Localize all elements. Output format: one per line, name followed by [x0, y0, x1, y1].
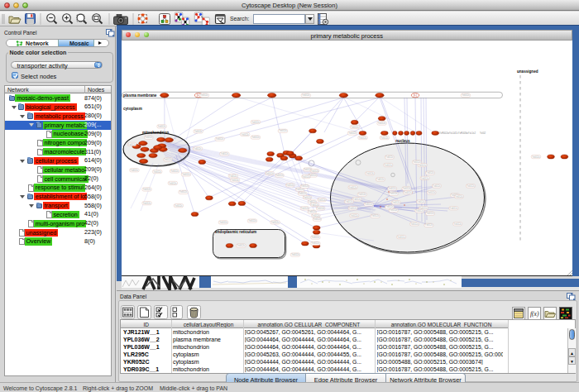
svg-text:Yxl012c: Yxl012c: [312, 214, 320, 218]
svg-text:Yxl012c: Yxl012c: [385, 155, 394, 159]
svg-text:Yxl012c: Yxl012c: [179, 190, 188, 194]
svg-text:Yxl012c: Yxl012c: [371, 214, 380, 218]
svg-text:Yxl012c: Yxl012c: [421, 177, 429, 180]
svg-text:Yxl012c: Yxl012c: [143, 188, 151, 191]
svg-text:Yxl012c: Yxl012c: [296, 188, 304, 191]
svg-text:Yxl012c: Yxl012c: [428, 191, 436, 194]
svg-text:Yxl012c: Yxl012c: [304, 196, 312, 199]
svg-text:Yxl012c: Yxl012c: [313, 218, 322, 221]
svg-text:Yxl012c: Yxl012c: [385, 164, 393, 167]
svg-text:Yxl012c: Yxl012c: [311, 203, 319, 207]
svg-text:nucleus: nucleus: [395, 139, 410, 143]
svg-text:Yxl012c: Yxl012c: [231, 179, 239, 182]
svg-text:Yxl012c: Yxl012c: [425, 223, 433, 227]
svg-text:[x..]: [x..]: [414, 93, 417, 97]
svg-text:Yxl012c: Yxl012c: [251, 121, 260, 124]
svg-text:Yxl012c: Yxl012c: [311, 170, 319, 173]
svg-text:Yxl012c: Yxl012c: [312, 241, 320, 245]
svg-text:Yxl012c: Yxl012c: [312, 236, 320, 239]
svg-text:Yxl012c: Yxl012c: [366, 172, 374, 175]
svg-text:Yxl012c: Yxl012c: [365, 203, 373, 206]
svg-text:Yxl012c: Yxl012c: [158, 125, 166, 128]
svg-text:Yxl012c: Yxl012c: [349, 186, 357, 189]
svg-text:Yxl012c: Yxl012c: [251, 136, 260, 139]
svg-text:Yxl012c: Yxl012c: [128, 143, 136, 146]
svg-text:endoplasmic reticulum: endoplasmic reticulum: [215, 230, 256, 234]
svg-text:Yxl012c: Yxl012c: [397, 236, 405, 239]
svg-text:Yxl012c: Yxl012c: [426, 171, 434, 174]
svg-text:Yxl012c: Yxl012c: [350, 214, 358, 218]
svg-text:Yxl012c: Yxl012c: [467, 184, 475, 188]
svg-text:Yxl012c: Yxl012c: [417, 200, 425, 203]
svg-text:Yxl012c: Yxl012c: [248, 219, 256, 222]
svg-text:Yxl012c: Yxl012c: [194, 147, 202, 151]
svg-text:YxR002wYxL041cYxR003wYxL0c2: YxR002wYxL041cYxR003wYxL0c2: [439, 131, 476, 135]
svg-text:Yxl012c: Yxl012c: [450, 207, 458, 210]
svg-text:Yxl012c: Yxl012c: [145, 136, 153, 139]
svg-text:Yxl012c: Yxl012c: [318, 198, 326, 202]
svg-text:Yxl012c: Yxl012c: [194, 130, 203, 133]
svg-text:Yxl012c: Yxl012c: [219, 221, 227, 224]
svg-text:Yxl012c: Yxl012c: [349, 207, 357, 210]
svg-text:Yxl012c: Yxl012c: [216, 137, 224, 141]
svg-text:Yxl012c: Yxl012c: [351, 126, 359, 129]
svg-text:mitochondrion: mitochondrion: [142, 131, 169, 135]
svg-text:Yxl012c: Yxl012c: [237, 244, 246, 247]
svg-text:Yxl012c: Yxl012c: [182, 173, 190, 176]
svg-text:Yxl012c: Yxl012c: [433, 184, 441, 188]
svg-text:Yxl012c: Yxl012c: [416, 209, 424, 213]
svg-text:Yxl012c: Yxl012c: [175, 204, 183, 208]
svg-text:Yxl012c: Yxl012c: [388, 187, 396, 190]
svg-text:Yxl012c: Yxl012c: [359, 136, 367, 140]
svg-text:Yxl012c: Yxl012c: [403, 187, 411, 190]
svg-text:Yxl012c: Yxl012c: [301, 184, 309, 188]
svg-text:Yxl012c: Yxl012c: [279, 129, 287, 132]
svg-text:Yxl012c: Yxl012c: [153, 170, 161, 174]
svg-text:Yxl012c: Yxl012c: [241, 133, 249, 136]
svg-text:Yxl012c: Yxl012c: [169, 182, 177, 185]
svg-text:Yxl012c: Yxl012c: [426, 212, 434, 215]
svg-text:Yxl012c: Yxl012c: [271, 221, 280, 224]
svg-text:Yxl012c: Yxl012c: [390, 208, 398, 212]
svg-text:Yxl012c: Yxl012c: [413, 160, 421, 164]
svg-text:Yxl012c: Yxl012c: [309, 210, 317, 213]
svg-text:Yxl012c: Yxl012c: [455, 195, 463, 198]
svg-text:Yxl012c: Yxl012c: [275, 174, 284, 177]
svg-text:Yxl012c: Yxl012c: [462, 93, 470, 97]
svg-text:Yxl012c: Yxl012c: [299, 192, 307, 195]
svg-text:f(x): f(x): [530, 310, 539, 318]
svg-text:cytoplasm: cytoplasm: [123, 107, 142, 111]
svg-text:Yxl012c: Yxl012c: [378, 122, 386, 125]
svg-text:Yxl012c: Yxl012c: [380, 136, 389, 140]
svg-text:plasma membrane: plasma membrane: [123, 93, 157, 98]
svg-text:Yxl012c: Yxl012c: [345, 200, 353, 203]
svg-text:Yxl012c: Yxl012c: [143, 202, 151, 205]
svg-text:Yxl012c: Yxl012c: [348, 131, 356, 135]
svg-text:Yxl012c: Yxl012c: [170, 170, 179, 173]
svg-text:Yxl012c: Yxl012c: [131, 169, 139, 172]
svg-text:Yxl02: Yxl02: [480, 131, 486, 135]
svg-text:Yxl012c: Yxl012c: [266, 172, 274, 175]
svg-text:Yxl012c: Yxl012c: [229, 174, 237, 178]
svg-text:Yxl012c: Yxl012c: [392, 201, 400, 204]
svg-text:Yxl012c: Yxl012c: [358, 193, 366, 196]
svg-text:Yxl012c: Yxl012c: [390, 192, 398, 195]
svg-text:Yxl012c: Yxl012c: [302, 175, 310, 179]
svg-text:Yxl012c: Yxl012c: [164, 158, 172, 161]
svg-text:Yxl012c: Yxl012c: [410, 222, 419, 226]
svg-text:Yxl012c: Yxl012c: [376, 178, 385, 181]
svg-text:Yxl012c: Yxl012c: [286, 184, 294, 187]
svg-text:Yxl012c: Yxl012c: [317, 207, 325, 210]
svg-text:Yxl012c: Yxl012c: [221, 152, 229, 155]
svg-text:Yxl012c: Yxl012c: [453, 222, 462, 226]
svg-text:Yxl012c: Yxl012c: [532, 155, 540, 159]
svg-text:Yxl012c: Yxl012c: [302, 93, 310, 97]
svg-text:unassigned: unassigned: [517, 69, 538, 74]
svg-text:Yxl012c: Yxl012c: [301, 207, 309, 210]
svg-text:Yxl012c: Yxl012c: [291, 253, 299, 256]
svg-text:Yxl012c: Yxl012c: [200, 93, 208, 97]
svg-text:Yxl012c: Yxl012c: [385, 205, 394, 208]
svg-text:Yxl012c: Yxl012c: [404, 191, 412, 194]
svg-text:Yxl012c: Yxl012c: [353, 198, 361, 201]
